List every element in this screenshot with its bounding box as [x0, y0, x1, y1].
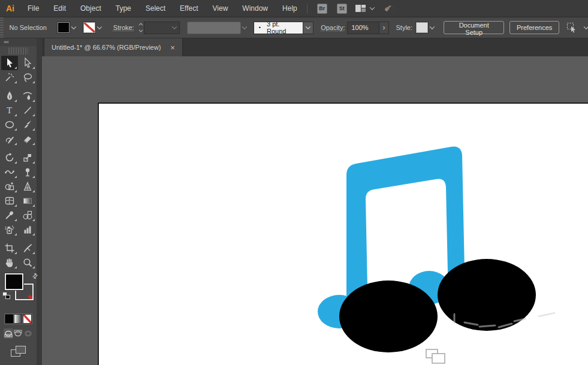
slice-tool[interactable]	[19, 241, 36, 255]
shape-builder-tool[interactable]	[1, 179, 18, 194]
opacity-label[interactable]: Opacity:	[321, 24, 345, 31]
artwork-layer[interactable]	[42, 56, 588, 365]
document-setup-button[interactable]: Document Setup	[444, 21, 504, 34]
brush-combo-button[interactable]	[303, 22, 313, 34]
menu-object[interactable]: Object	[73, 0, 108, 17]
none-button[interactable]	[23, 314, 32, 324]
left-black-ellipse	[339, 280, 438, 352]
chevron-down-icon[interactable]	[369, 5, 374, 10]
isolate-selection-icon[interactable]	[566, 22, 577, 33]
menu-effect[interactable]: Effect	[173, 0, 205, 17]
scale-icon	[22, 152, 33, 163]
document-tab-title: Untitled-1* @ 66.67% (RGB/Preview)	[52, 44, 161, 51]
zoom-icon	[22, 257, 33, 268]
default-fill-stroke-icon[interactable]	[2, 292, 10, 299]
opacity-arrow-button[interactable]: ›	[379, 22, 388, 34]
width-tool[interactable]	[1, 165, 18, 179]
symbol-sprayer-tool[interactable]	[1, 222, 18, 237]
menu-edit[interactable]: Edit	[46, 0, 73, 17]
scale-tool[interactable]	[19, 150, 36, 165]
document-tab[interactable]: Untitled-1* @ 66.67% (RGB/Preview) ×	[44, 38, 183, 56]
stroke-width-stepper[interactable]	[139, 23, 143, 32]
gradient-tool[interactable]	[19, 194, 36, 208]
perspective-grid-tool[interactable]	[19, 179, 36, 194]
stock-button[interactable]: St	[337, 4, 347, 14]
draw-behind-button[interactable]	[13, 328, 23, 339]
stroke-width-combo[interactable]	[144, 22, 180, 34]
fill-color-box[interactable]	[5, 273, 23, 290]
line-segment-icon	[22, 105, 33, 116]
brush-preview	[187, 22, 241, 34]
menu-file[interactable]: File	[20, 0, 46, 17]
menu-view[interactable]: View	[206, 0, 236, 17]
stroke-label[interactable]: Stroke:	[113, 24, 134, 31]
eyedropper-tool[interactable]	[1, 208, 18, 222]
gpu-performance-icon[interactable]	[384, 4, 398, 14]
change-screen-mode-button[interactable]	[11, 346, 26, 358]
ai-logo: Ai	[0, 4, 20, 13]
lasso-tool[interactable]	[19, 70, 36, 85]
pencil-tool[interactable]	[1, 132, 18, 146]
panel-grip[interactable]	[0, 17, 4, 38]
brush-definition-value: 3 pt. Round	[267, 20, 298, 35]
type-icon: T	[7, 105, 12, 116]
stroke-color-swatch[interactable]	[83, 22, 95, 33]
swap-fill-stroke-icon[interactable]: ⇄	[31, 272, 40, 281]
curvature-tool[interactable]	[19, 89, 36, 103]
rotate-tool[interactable]	[1, 150, 18, 165]
bridge-button[interactable]: Br	[317, 4, 327, 14]
direct-selection-tool[interactable]	[19, 56, 36, 70]
panel-drag-grip[interactable]	[8, 47, 28, 55]
isolate-chevron-icon[interactable]	[584, 24, 588, 29]
paintbrush-icon	[22, 119, 33, 130]
gradient-button[interactable]	[14, 314, 23, 324]
workspace-switcher-icon[interactable]	[355, 4, 366, 13]
pen-tool[interactable]	[1, 89, 18, 103]
column-graph-tool[interactable]	[19, 222, 36, 237]
artboard-tool[interactable]	[1, 241, 18, 255]
zoom-tool[interactable]	[19, 255, 36, 270]
magic-wand-icon	[4, 72, 15, 83]
preferences-button[interactable]: Preferences	[509, 21, 559, 34]
ellipse-tool[interactable]	[1, 117, 18, 132]
paintbrush-tool[interactable]	[19, 117, 36, 132]
menu-type[interactable]: Type	[108, 0, 138, 17]
menu-select[interactable]: Select	[138, 0, 173, 17]
eraser-icon	[22, 134, 33, 144]
menu-bar: Ai File Edit Object Type Select Effect V…	[0, 0, 588, 17]
blend-tool[interactable]	[19, 208, 36, 222]
fill-chevron-icon[interactable]	[71, 24, 76, 29]
tab-close-icon[interactable]: ×	[170, 44, 175, 52]
hand-tool[interactable]	[1, 255, 18, 270]
style-chevron-icon[interactable]	[429, 24, 434, 29]
column-graph-icon	[22, 224, 33, 235]
magic-wand-tool[interactable]	[1, 70, 18, 85]
eraser-tool[interactable]	[19, 132, 36, 146]
menu-help[interactable]: Help	[275, 0, 304, 17]
selection-status: No Selection	[10, 24, 47, 31]
drawing-modes-row	[0, 324, 37, 339]
fill-color-swatch[interactable]	[58, 22, 70, 33]
canvas[interactable]	[42, 56, 588, 365]
slice-icon	[22, 243, 33, 254]
selection-tool[interactable]	[1, 56, 18, 70]
document-tab-bar: Untitled-1* @ 66.67% (RGB/Preview) ×	[42, 38, 588, 56]
opacity-input[interactable]	[347, 22, 379, 34]
style-swatch[interactable]	[416, 22, 428, 33]
width-icon	[4, 167, 15, 177]
control-bar: No Selection Stroke: • 3 pt. Round Opaci…	[0, 17, 588, 38]
draw-inside-button[interactable]	[23, 328, 33, 339]
symbol-sprayer-icon	[4, 224, 15, 235]
panel-collapse-button[interactable]: ««	[0, 38, 37, 46]
selection-arrow-icon	[4, 58, 15, 68]
brush-definition-combo[interactable]: • 3 pt. Round	[254, 22, 303, 34]
color-button[interactable]	[5, 314, 14, 324]
stroke-chevron-icon[interactable]	[97, 24, 102, 29]
draw-normal-button[interactable]	[4, 328, 13, 339]
paint-style-row	[0, 312, 37, 324]
mesh-tool[interactable]	[1, 194, 18, 208]
puppet-warp-tool[interactable]	[19, 165, 36, 179]
line-segment-tool[interactable]	[19, 103, 36, 117]
type-tool[interactable]: T	[1, 103, 18, 117]
menu-window[interactable]: Window	[235, 0, 275, 17]
